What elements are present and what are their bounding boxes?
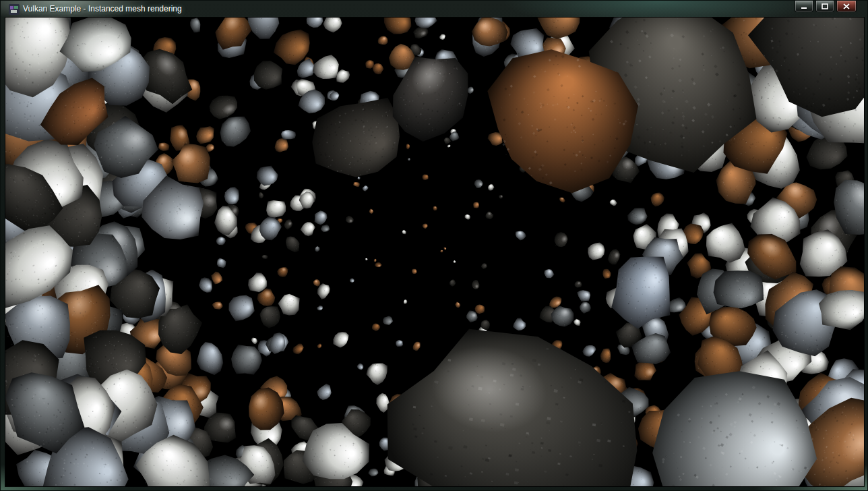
titlebar[interactable]: Vulkan Example - Instanced mesh renderin…	[5, 1, 863, 18]
close-button[interactable]	[836, 1, 857, 12]
maximize-icon	[822, 3, 828, 9]
minimize-icon	[801, 3, 807, 9]
window-controls	[795, 1, 857, 12]
rock-field-canvas[interactable]	[5, 18, 864, 486]
render-viewport[interactable]	[5, 18, 864, 486]
window-title: Vulkan Example - Instanced mesh renderin…	[23, 1, 182, 18]
app-icon[interactable]	[9, 4, 20, 15]
close-icon	[843, 3, 850, 9]
minimize-button[interactable]	[795, 1, 813, 12]
maximize-button[interactable]	[815, 1, 834, 12]
app-window: Vulkan Example - Instanced mesh renderin…	[0, 0, 868, 491]
